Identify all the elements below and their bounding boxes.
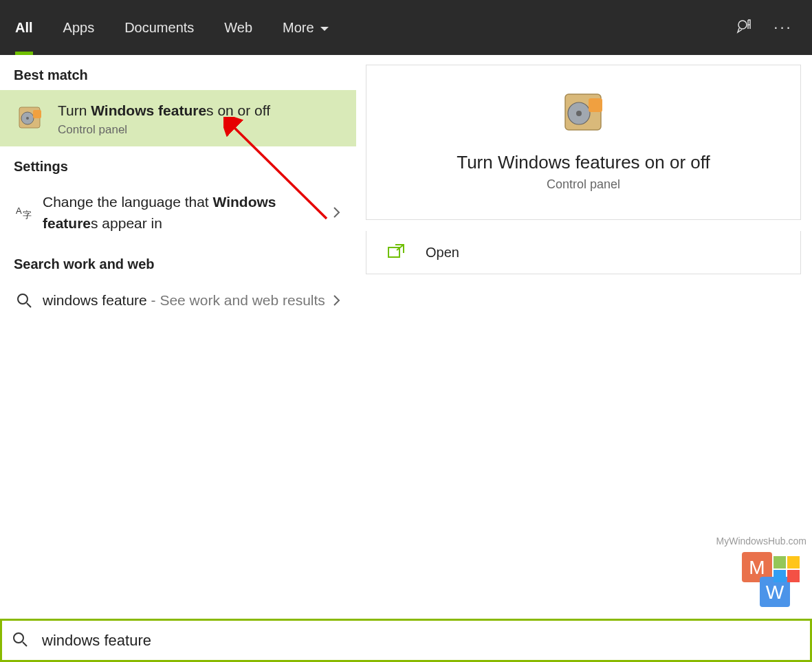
preview-subtitle: Control panel [547, 177, 620, 192]
svg-rect-12 [589, 98, 602, 112]
search-icon [12, 289, 36, 312]
feedback-icon[interactable] [735, 18, 754, 37]
more-icon[interactable]: ··· [773, 18, 793, 37]
search-bar[interactable] [0, 619, 812, 662]
svg-point-23 [14, 633, 23, 643]
result-subtitle: Control panel [58, 123, 345, 137]
preview-title: Turn Windows features on or off [457, 152, 710, 173]
programs-features-icon [14, 102, 47, 135]
chevron-right-icon [329, 206, 345, 219]
tab-all[interactable]: All [0, 0, 48, 55]
svg-point-0 [738, 21, 747, 29]
header-tabs: All Apps Documents Web More ··· [0, 0, 812, 55]
tab-web[interactable]: Web [209, 0, 267, 55]
settings-heading: Settings [0, 146, 356, 181]
open-action[interactable]: Open [366, 231, 800, 274]
search-icon [12, 631, 31, 650]
chevron-right-icon [329, 294, 345, 307]
open-label: Open [426, 245, 459, 261]
svg-rect-4 [33, 110, 41, 118]
svg-point-11 [576, 111, 582, 116]
chevron-down-icon [320, 20, 329, 36]
search-input[interactable] [42, 632, 800, 650]
settings-result-language[interactable]: A 字 Change the language that Windows fea… [0, 181, 356, 244]
result-title: Turn Windows features on or off [58, 100, 345, 122]
open-icon [387, 243, 412, 261]
preview-card: Turn Windows features on or off Control … [366, 65, 801, 220]
web-result[interactable]: windows feature - See work and web resul… [0, 279, 356, 322]
svg-text:A: A [16, 206, 22, 216]
svg-point-7 [18, 294, 28, 304]
best-match-result[interactable]: Turn Windows features on or off Control … [0, 90, 356, 146]
programs-features-icon [557, 86, 611, 140]
tab-more[interactable]: More [267, 0, 344, 55]
result-title: windows feature - See work and web resul… [43, 289, 329, 311]
best-match-heading: Best match [0, 55, 356, 90]
tab-documents[interactable]: Documents [109, 0, 209, 55]
results-panel: Best match Turn Windows features on or o… [0, 55, 356, 619]
svg-text:字: 字 [23, 210, 32, 220]
tab-apps[interactable]: Apps [48, 0, 110, 55]
result-title: Change the language that Windows feature… [43, 191, 329, 234]
svg-line-24 [23, 642, 27, 646]
preview-panel: Turn Windows features on or off Control … [356, 55, 812, 619]
svg-line-8 [27, 303, 31, 307]
svg-point-3 [26, 117, 29, 120]
search-web-heading: Search work and web [0, 244, 356, 279]
language-icon: A 字 [12, 201, 36, 224]
